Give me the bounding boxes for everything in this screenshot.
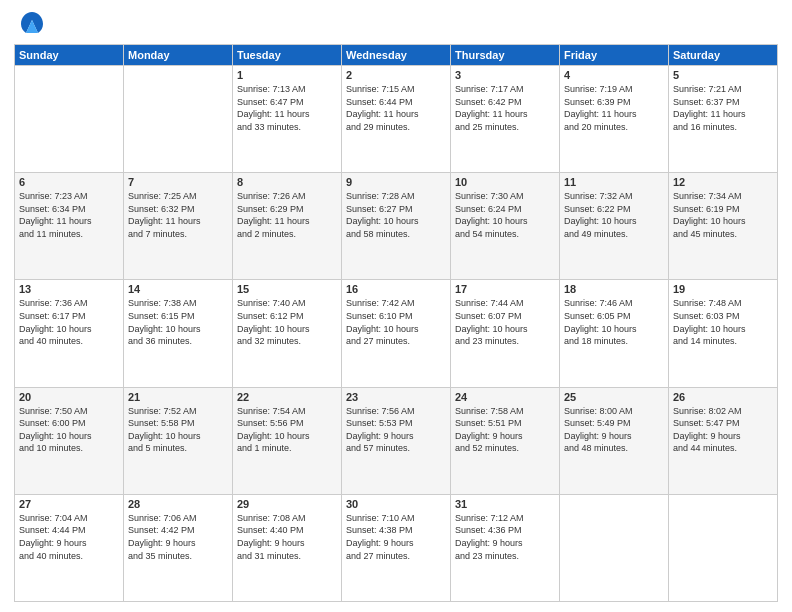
day-info: Sunrise: 7:36 AM Sunset: 6:17 PM Dayligh… (19, 297, 119, 347)
calendar-cell: 16Sunrise: 7:42 AM Sunset: 6:10 PM Dayli… (342, 280, 451, 387)
day-info: Sunrise: 7:23 AM Sunset: 6:34 PM Dayligh… (19, 190, 119, 240)
calendar-week-row: 6Sunrise: 7:23 AM Sunset: 6:34 PM Daylig… (15, 173, 778, 280)
day-number: 4 (564, 69, 664, 81)
day-number: 16 (346, 283, 446, 295)
day-info: Sunrise: 8:00 AM Sunset: 5:49 PM Dayligh… (564, 405, 664, 455)
calendar-table: SundayMondayTuesdayWednesdayThursdayFrid… (14, 44, 778, 602)
day-number: 29 (237, 498, 337, 510)
day-info: Sunrise: 7:34 AM Sunset: 6:19 PM Dayligh… (673, 190, 773, 240)
day-number: 19 (673, 283, 773, 295)
day-number: 12 (673, 176, 773, 188)
calendar-cell: 25Sunrise: 8:00 AM Sunset: 5:49 PM Dayli… (560, 387, 669, 494)
day-info: Sunrise: 8:02 AM Sunset: 5:47 PM Dayligh… (673, 405, 773, 455)
calendar-cell: 30Sunrise: 7:10 AM Sunset: 4:38 PM Dayli… (342, 494, 451, 601)
day-number: 21 (128, 391, 228, 403)
day-info: Sunrise: 7:32 AM Sunset: 6:22 PM Dayligh… (564, 190, 664, 240)
calendar-cell: 12Sunrise: 7:34 AM Sunset: 6:19 PM Dayli… (669, 173, 778, 280)
day-number: 13 (19, 283, 119, 295)
day-info: Sunrise: 7:56 AM Sunset: 5:53 PM Dayligh… (346, 405, 446, 455)
calendar-cell: 31Sunrise: 7:12 AM Sunset: 4:36 PM Dayli… (451, 494, 560, 601)
calendar-week-row: 1Sunrise: 7:13 AM Sunset: 6:47 PM Daylig… (15, 66, 778, 173)
day-info: Sunrise: 7:10 AM Sunset: 4:38 PM Dayligh… (346, 512, 446, 562)
day-info: Sunrise: 7:30 AM Sunset: 6:24 PM Dayligh… (455, 190, 555, 240)
day-info: Sunrise: 7:04 AM Sunset: 4:44 PM Dayligh… (19, 512, 119, 562)
day-info: Sunrise: 7:44 AM Sunset: 6:07 PM Dayligh… (455, 297, 555, 347)
calendar-cell (669, 494, 778, 601)
calendar-cell: 13Sunrise: 7:36 AM Sunset: 6:17 PM Dayli… (15, 280, 124, 387)
day-info: Sunrise: 7:50 AM Sunset: 6:00 PM Dayligh… (19, 405, 119, 455)
day-number: 15 (237, 283, 337, 295)
calendar-cell (124, 66, 233, 173)
day-info: Sunrise: 7:08 AM Sunset: 4:40 PM Dayligh… (237, 512, 337, 562)
calendar-cell: 6Sunrise: 7:23 AM Sunset: 6:34 PM Daylig… (15, 173, 124, 280)
calendar-cell: 26Sunrise: 8:02 AM Sunset: 5:47 PM Dayli… (669, 387, 778, 494)
day-number: 23 (346, 391, 446, 403)
day-info: Sunrise: 7:40 AM Sunset: 6:12 PM Dayligh… (237, 297, 337, 347)
day-number: 3 (455, 69, 555, 81)
day-info: Sunrise: 7:15 AM Sunset: 6:44 PM Dayligh… (346, 83, 446, 133)
calendar-cell: 23Sunrise: 7:56 AM Sunset: 5:53 PM Dayli… (342, 387, 451, 494)
day-number: 1 (237, 69, 337, 81)
calendar-week-row: 13Sunrise: 7:36 AM Sunset: 6:17 PM Dayli… (15, 280, 778, 387)
calendar-cell: 21Sunrise: 7:52 AM Sunset: 5:58 PM Dayli… (124, 387, 233, 494)
day-number: 8 (237, 176, 337, 188)
day-info: Sunrise: 7:06 AM Sunset: 4:42 PM Dayligh… (128, 512, 228, 562)
calendar-cell: 29Sunrise: 7:08 AM Sunset: 4:40 PM Dayli… (233, 494, 342, 601)
calendar-cell: 19Sunrise: 7:48 AM Sunset: 6:03 PM Dayli… (669, 280, 778, 387)
day-info: Sunrise: 7:38 AM Sunset: 6:15 PM Dayligh… (128, 297, 228, 347)
day-info: Sunrise: 7:26 AM Sunset: 6:29 PM Dayligh… (237, 190, 337, 240)
day-number: 28 (128, 498, 228, 510)
day-info: Sunrise: 7:21 AM Sunset: 6:37 PM Dayligh… (673, 83, 773, 133)
calendar-cell: 14Sunrise: 7:38 AM Sunset: 6:15 PM Dayli… (124, 280, 233, 387)
weekday-header: Sunday (15, 45, 124, 66)
calendar-cell: 5Sunrise: 7:21 AM Sunset: 6:37 PM Daylig… (669, 66, 778, 173)
calendar-cell: 27Sunrise: 7:04 AM Sunset: 4:44 PM Dayli… (15, 494, 124, 601)
day-number: 25 (564, 391, 664, 403)
day-number: 6 (19, 176, 119, 188)
day-info: Sunrise: 7:17 AM Sunset: 6:42 PM Dayligh… (455, 83, 555, 133)
calendar-cell: 18Sunrise: 7:46 AM Sunset: 6:05 PM Dayli… (560, 280, 669, 387)
day-info: Sunrise: 7:58 AM Sunset: 5:51 PM Dayligh… (455, 405, 555, 455)
day-number: 2 (346, 69, 446, 81)
calendar-cell: 8Sunrise: 7:26 AM Sunset: 6:29 PM Daylig… (233, 173, 342, 280)
page: SundayMondayTuesdayWednesdayThursdayFrid… (0, 0, 792, 612)
day-info: Sunrise: 7:42 AM Sunset: 6:10 PM Dayligh… (346, 297, 446, 347)
calendar-cell: 17Sunrise: 7:44 AM Sunset: 6:07 PM Dayli… (451, 280, 560, 387)
day-number: 5 (673, 69, 773, 81)
day-number: 30 (346, 498, 446, 510)
day-info: Sunrise: 7:46 AM Sunset: 6:05 PM Dayligh… (564, 297, 664, 347)
logo (14, 10, 46, 38)
calendar-cell: 4Sunrise: 7:19 AM Sunset: 6:39 PM Daylig… (560, 66, 669, 173)
day-number: 31 (455, 498, 555, 510)
day-number: 10 (455, 176, 555, 188)
weekday-header: Friday (560, 45, 669, 66)
day-info: Sunrise: 7:54 AM Sunset: 5:56 PM Dayligh… (237, 405, 337, 455)
day-number: 22 (237, 391, 337, 403)
weekday-header: Wednesday (342, 45, 451, 66)
day-number: 24 (455, 391, 555, 403)
calendar-cell: 1Sunrise: 7:13 AM Sunset: 6:47 PM Daylig… (233, 66, 342, 173)
calendar-cell: 9Sunrise: 7:28 AM Sunset: 6:27 PM Daylig… (342, 173, 451, 280)
weekday-header: Tuesday (233, 45, 342, 66)
weekday-header: Monday (124, 45, 233, 66)
day-info: Sunrise: 7:25 AM Sunset: 6:32 PM Dayligh… (128, 190, 228, 240)
day-info: Sunrise: 7:13 AM Sunset: 6:47 PM Dayligh… (237, 83, 337, 133)
calendar-cell: 10Sunrise: 7:30 AM Sunset: 6:24 PM Dayli… (451, 173, 560, 280)
calendar-header-row: SundayMondayTuesdayWednesdayThursdayFrid… (15, 45, 778, 66)
calendar-cell: 2Sunrise: 7:15 AM Sunset: 6:44 PM Daylig… (342, 66, 451, 173)
calendar-cell: 20Sunrise: 7:50 AM Sunset: 6:00 PM Dayli… (15, 387, 124, 494)
day-info: Sunrise: 7:48 AM Sunset: 6:03 PM Dayligh… (673, 297, 773, 347)
day-number: 26 (673, 391, 773, 403)
calendar-week-row: 20Sunrise: 7:50 AM Sunset: 6:00 PM Dayli… (15, 387, 778, 494)
calendar-cell (560, 494, 669, 601)
calendar-cell: 22Sunrise: 7:54 AM Sunset: 5:56 PM Dayli… (233, 387, 342, 494)
day-info: Sunrise: 7:19 AM Sunset: 6:39 PM Dayligh… (564, 83, 664, 133)
day-number: 18 (564, 283, 664, 295)
calendar-cell: 11Sunrise: 7:32 AM Sunset: 6:22 PM Dayli… (560, 173, 669, 280)
calendar-cell: 3Sunrise: 7:17 AM Sunset: 6:42 PM Daylig… (451, 66, 560, 173)
day-number: 20 (19, 391, 119, 403)
weekday-header: Saturday (669, 45, 778, 66)
header (14, 10, 778, 38)
weekday-header: Thursday (451, 45, 560, 66)
day-info: Sunrise: 7:52 AM Sunset: 5:58 PM Dayligh… (128, 405, 228, 455)
